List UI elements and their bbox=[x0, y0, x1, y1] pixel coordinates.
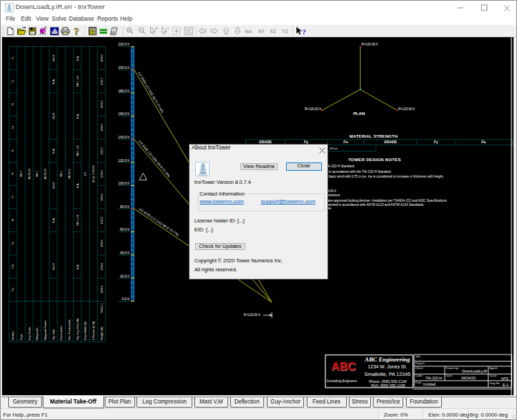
svg-text:1768.6: 1768.6 bbox=[101, 54, 103, 62]
svg-text:T1: T1 bbox=[12, 56, 14, 59]
svg-text:140.0 ft: 140.0 ft bbox=[118, 136, 130, 139]
svg-text:?: ? bbox=[302, 28, 305, 35]
svg-text:ABC: ABC bbox=[332, 360, 356, 372]
svg-text:220.0 ft: 220.0 ft bbox=[118, 43, 130, 46]
svg-text:100.0 ft: 100.0 ft bbox=[118, 182, 130, 185]
svg-text:PLAN: PLAN bbox=[353, 111, 365, 116]
svg-text:1/2 EHS LC=183.46 ft IT=6%: 1/2 EHS LC=183.46 ft IT=6% bbox=[138, 140, 172, 178]
svg-text:Top Guy Pull-Offs: Top Guy Pull-Offs bbox=[76, 318, 79, 340]
svg-text:XZ: XZ bbox=[270, 29, 277, 34]
svg-text:T5: T5 bbox=[12, 149, 14, 152]
svg-text:1/2 EHS LC=143.08 ft IT=7%: 1/2 EHS LC=143.08 ft IT=7% bbox=[138, 207, 179, 237]
svg-text:SR 1 1/4: SR 1 1/4 bbox=[76, 145, 79, 156]
svg-text:T8: T8 bbox=[12, 219, 14, 222]
svg-text:Dwg No.: Dwg No. bbox=[489, 381, 500, 385]
svg-text:1712.7: 1712.7 bbox=[101, 78, 103, 85]
svg-text:120.0 ft: 120.0 ft bbox=[118, 159, 130, 162]
svg-text:160.0 ft: 160.0 ft bbox=[118, 112, 130, 116]
svg-text:N.A.: N.A. bbox=[52, 148, 55, 154]
svg-text:1768.6: 1768.6 bbox=[101, 240, 103, 247]
svg-text:65 ksi: 65 ksi bbox=[330, 147, 337, 150]
svg-text:Path:: Path: bbox=[415, 381, 422, 384]
svg-text:Smallville, PA 12345: Smallville, PA 12345 bbox=[365, 371, 411, 377]
svg-text:1/2 EHS LC=232.50 ft IT=4%: 1/2 EHS LC=232.50 ft IT=4% bbox=[137, 71, 165, 114]
svg-text:N.A.: N.A. bbox=[76, 183, 79, 189]
svg-text:1768.6: 1768.6 bbox=[101, 193, 103, 201]
svg-text:2x1/2: 2x1/2 bbox=[52, 182, 55, 189]
svg-text:Client:: Client: bbox=[415, 366, 423, 370]
svg-text:MATERIAL STRENGTH: MATERIAL STRENGTH bbox=[349, 134, 398, 138]
svg-text:66 @ 3.33333: 66 @ 3.33333 bbox=[92, 165, 95, 182]
svg-text:N.A.: N.A. bbox=[76, 56, 79, 61]
svg-text:2x1/2: 2x1/2 bbox=[52, 54, 55, 62]
svg-text:N.A.: N.A. bbox=[76, 264, 79, 269]
svg-text:Horizontals: Horizontals bbox=[59, 326, 63, 340]
svg-text:Date:: Date: bbox=[446, 374, 453, 377]
svg-text:XY: XY bbox=[258, 29, 265, 34]
svg-text:1234 W. Jones St.: 1234 W. Jones St. bbox=[368, 364, 407, 369]
svg-text:Drawn by:: Drawn by: bbox=[446, 366, 459, 370]
svg-text:Sec. Horizontals: Sec. Horizontals bbox=[68, 319, 71, 340]
svg-text:Face Width (ft): Face Width (ft) bbox=[83, 322, 87, 340]
svg-text:Diagonal Grade: Diagonal Grade bbox=[43, 320, 47, 340]
svg-text:Consulting Engineers: Consulting Engineers bbox=[327, 379, 357, 383]
svg-text:DownLoadLy.iR: DownLoadLy.iR bbox=[462, 369, 487, 373]
svg-text:56615.1: 56615.1 bbox=[100, 302, 103, 313]
svg-text:E-1: E-1 bbox=[503, 383, 508, 387]
svg-text:0.0 ft: 0.0 ft bbox=[122, 297, 130, 301]
svg-text:TIA-222-H: TIA-222-H bbox=[425, 376, 442, 380]
svg-text:N.A.: N.A. bbox=[52, 78, 55, 84]
svg-text:Weight (lb): Weight (lb) bbox=[100, 326, 103, 340]
svg-text:N.A.: N.A. bbox=[52, 218, 55, 223]
svg-text:Legs: Legs bbox=[19, 334, 23, 340]
svg-text:Iso: Iso bbox=[245, 29, 252, 34]
svg-text:YZ: YZ bbox=[282, 29, 289, 34]
svg-text:200.0 ft: 200.0 ft bbox=[118, 66, 130, 70]
svg-text:Fu: Fu bbox=[481, 140, 485, 144]
svg-text:Job:: Job: bbox=[415, 355, 420, 358]
svg-text:1788.8: 1788.8 bbox=[101, 286, 103, 293]
svg-text:R=120.00 ft: R=120.00 ft bbox=[361, 43, 378, 46]
svg-text:180.0 ft: 180.0 ft bbox=[118, 90, 130, 93]
svg-text:SR 1 1/4: SR 1 1/4 bbox=[76, 76, 79, 87]
svg-text:# Panels @ (ft): # Panels @ (ft) bbox=[92, 321, 95, 340]
svg-text:1768.6: 1768.6 bbox=[101, 170, 103, 178]
svg-text:Untitled: Untitled bbox=[423, 382, 436, 386]
svg-text:N.A.: N.A. bbox=[76, 114, 79, 119]
svg-text:Diagonals: Diagonals bbox=[35, 328, 39, 340]
svg-text:SR 1: SR 1 bbox=[35, 170, 39, 177]
svg-text:GRADE: GRADE bbox=[384, 140, 397, 144]
svg-text:R=120.00 ft: R=120.00 ft bbox=[398, 107, 416, 111]
svg-text:T6: T6 bbox=[12, 173, 14, 176]
svg-text:R=120.00 ft: R=120.00 ft bbox=[305, 107, 322, 111]
svg-text:2.5: 2.5 bbox=[83, 171, 87, 176]
svg-text:1712.7: 1712.7 bbox=[101, 216, 103, 224]
svg-text:60.0 ft: 60.0 ft bbox=[120, 228, 130, 231]
svg-text:T7: T7 bbox=[12, 196, 14, 198]
svg-text:SR 9/16: SR 9/16 bbox=[68, 169, 71, 179]
svg-text:20.0 ft: 20.0 ft bbox=[120, 275, 130, 278]
svg-text:SR 3: SR 3 bbox=[19, 170, 23, 177]
svg-text:Code:: Code: bbox=[415, 374, 423, 377]
svg-text:T2: T2 bbox=[12, 80, 14, 83]
svg-text:ABC Engineering: ABC Engineering bbox=[364, 356, 410, 363]
svg-text:2x1/2: 2x1/2 bbox=[52, 263, 55, 271]
svg-text:1768.6: 1768.6 bbox=[101, 101, 103, 108]
svg-text:T11: T11 bbox=[12, 288, 14, 292]
svg-text:Project:: Project: bbox=[415, 361, 425, 365]
svg-text:Scale:: Scale: bbox=[489, 374, 498, 377]
svg-text:06/24/20: 06/24/20 bbox=[462, 376, 476, 380]
svg-text:App'd:: App'd: bbox=[489, 366, 498, 370]
svg-text:40.0 ft: 40.0 ft bbox=[120, 251, 130, 255]
svg-text:Leg Grade: Leg Grade bbox=[28, 326, 31, 340]
svg-text:Section: Section bbox=[11, 330, 14, 340]
svg-text:SR 1 1/4: SR 1 1/4 bbox=[76, 214, 79, 225]
svg-text:1712.7: 1712.7 bbox=[101, 147, 103, 155]
svg-text:TOWER DESIGN NOTES: TOWER DESIGN NOTES bbox=[348, 157, 401, 162]
svg-text:Fu: Fu bbox=[343, 140, 347, 144]
svg-text:T9: T9 bbox=[12, 242, 14, 244]
svg-text:2x1/2: 2x1/2 bbox=[52, 112, 55, 120]
svg-text:FAX: (555) 555-1235: FAX: (555) 555-1235 bbox=[371, 384, 405, 388]
svg-text:NTS: NTS bbox=[501, 377, 509, 381]
svg-text:?: ? bbox=[74, 25, 79, 36]
